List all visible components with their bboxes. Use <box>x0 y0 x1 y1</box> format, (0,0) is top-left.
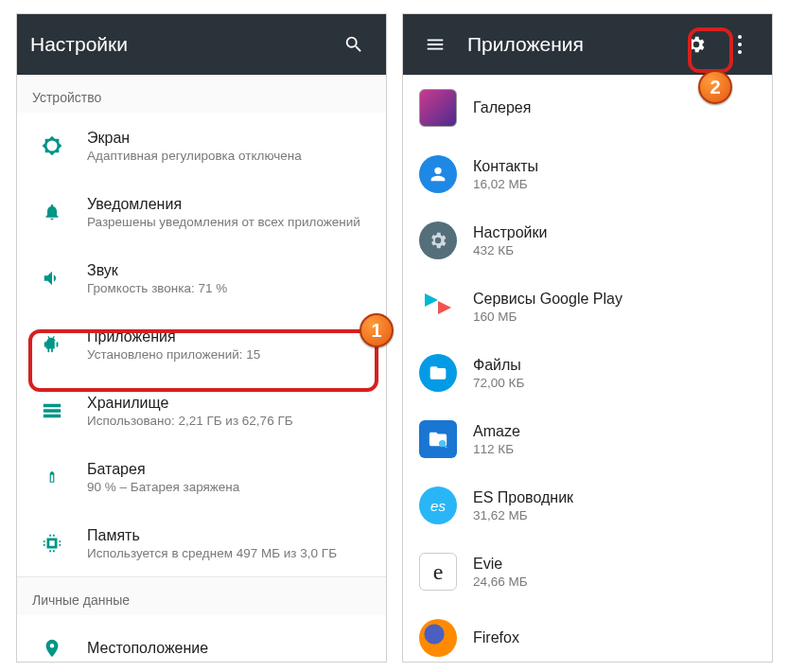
app-size: 160 МБ <box>473 309 757 324</box>
row-apps[interactable]: ПриложенияУстановлено приложений: 15 <box>17 311 386 378</box>
app-name: Настройки <box>473 224 757 241</box>
app-row-firefox[interactable]: Firefox <box>403 605 772 662</box>
row-location[interactable]: Местоположение <box>17 615 386 663</box>
app-row-contacts[interactable]: Контакты16,02 МБ <box>403 141 772 207</box>
appbar-apps: Приложения <box>403 14 772 75</box>
app-name: Сервисы Google Play <box>473 291 757 308</box>
row-memory[interactable]: ПамятьИспользуется в среднем 497 МБ из 3… <box>17 510 386 576</box>
android-icon <box>42 334 62 355</box>
row-sub: Адаптивная регулировка отключена <box>87 149 371 163</box>
app-name: Evie <box>473 556 757 573</box>
apps-screen: Приложения Галерея Контакты16,02 МБ Наст… <box>402 13 773 663</box>
app-row-es[interactable]: es ES Проводник31,62 МБ <box>403 472 772 539</box>
row-notifications[interactable]: УведомленияРазрешены уведомления от всех… <box>17 179 386 245</box>
app-row-files[interactable]: Файлы72,00 КБ <box>403 340 772 406</box>
location-icon <box>42 638 62 659</box>
step-badge-1: 1 <box>359 313 394 347</box>
brightness-icon <box>42 135 62 156</box>
app-icon <box>419 288 457 326</box>
row-title: Батарея <box>87 461 371 478</box>
app-size: 72,00 КБ <box>473 376 757 390</box>
app-icon <box>419 354 457 392</box>
row-title: Приложения <box>87 328 371 345</box>
settings-screen: Настройки Устройство ЭкранАдаптивная рег… <box>16 13 387 663</box>
row-title: Экран <box>87 130 371 147</box>
app-name: ES Проводник <box>473 489 757 506</box>
app-size: 112 КБ <box>473 442 757 456</box>
app-row-play-services[interactable]: Сервисы Google Play160 МБ <box>403 274 772 340</box>
search-icon[interactable] <box>335 26 373 63</box>
app-list: Галерея Контакты16,02 МБ Настройки432 КБ… <box>403 75 772 662</box>
row-title: Местоположение <box>87 634 371 663</box>
app-icon <box>419 221 457 259</box>
app-row-evie[interactable]: e Evie24,66 МБ <box>403 539 772 605</box>
app-icon <box>419 155 457 193</box>
page-title: Настройки <box>30 33 335 56</box>
app-name: Amaze <box>473 423 757 440</box>
app-icon: e <box>419 553 457 591</box>
row-storage[interactable]: ХранилищеИспользовано: 2,21 ГБ из 62,76 … <box>17 378 386 444</box>
app-name: Файлы <box>473 357 757 374</box>
appbar-settings: Настройки <box>17 14 386 75</box>
menu-icon[interactable] <box>416 26 454 63</box>
step-badge-2: 2 <box>698 70 732 104</box>
row-title: Уведомления <box>87 196 371 213</box>
row-title: Хранилище <box>87 395 371 412</box>
row-sub: 90 % – Батарея заряжена <box>87 480 371 494</box>
row-sub: Разрешены уведомления от всех приложений <box>87 215 371 229</box>
page-title: Приложения <box>467 33 677 56</box>
row-sound[interactable]: ЗвукГромкость звонка: 71 % <box>17 245 386 311</box>
storage-icon <box>42 400 62 421</box>
row-sub: Установлено приложений: 15 <box>87 347 371 362</box>
overflow-icon[interactable] <box>721 26 759 63</box>
row-title: Память <box>87 527 371 544</box>
app-icon: es <box>419 486 457 524</box>
gear-icon[interactable] <box>677 26 715 63</box>
row-sub: Громкость звонка: 71 % <box>87 281 371 295</box>
app-name: Firefox <box>473 624 757 652</box>
section-personal: Личные данные <box>17 577 386 615</box>
memory-icon <box>42 533 62 554</box>
volume-icon <box>42 268 62 289</box>
row-battery[interactable]: Батарея90 % – Батарея заряжена <box>17 444 386 510</box>
app-size: 24,66 МБ <box>473 575 757 589</box>
app-icon <box>419 420 457 458</box>
app-size: 16,02 МБ <box>473 177 757 191</box>
bell-icon <box>43 202 61 222</box>
app-row-amaze[interactable]: Amaze112 КБ <box>403 406 772 472</box>
app-name: Контакты <box>473 158 757 175</box>
section-device: Устройство <box>17 75 386 113</box>
row-sub: Использовано: 2,21 ГБ из 62,76 ГБ <box>87 414 371 428</box>
app-icon <box>419 89 457 127</box>
app-size: 432 КБ <box>473 243 757 257</box>
row-title: Звук <box>87 262 371 279</box>
app-row-settings[interactable]: Настройки432 КБ <box>403 207 772 274</box>
row-sub: Используется в среднем 497 МБ из 3,0 ГБ <box>87 546 371 560</box>
app-icon <box>419 619 457 657</box>
row-display[interactable]: ЭкранАдаптивная регулировка отключена <box>17 113 386 179</box>
battery-icon <box>45 466 59 488</box>
app-size: 31,62 МБ <box>473 508 757 522</box>
